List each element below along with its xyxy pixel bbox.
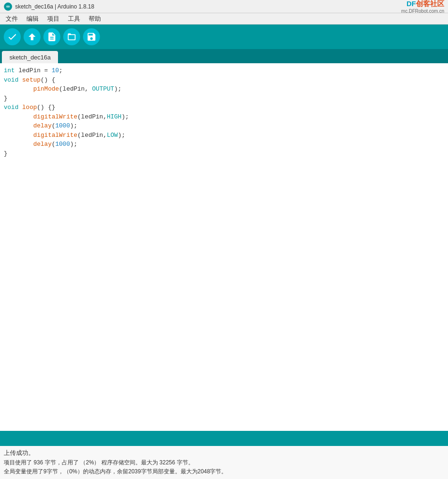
open-button[interactable] <box>63 28 80 45</box>
code-line-1: int ledPin = 10; <box>4 66 444 76</box>
arduino-logo: ∞ <box>4 2 12 11</box>
new-button[interactable] <box>43 28 60 45</box>
open-icon <box>66 32 77 42</box>
console-area: 上传成功。 项目使用了 936 字节，占用了 （2%） 程序存储空间。最大为 3… <box>0 446 448 479</box>
dfrobot-rest: 创客社区 <box>416 0 444 8</box>
code-line-9: delay(1000); <box>4 140 444 149</box>
svg-text:∞: ∞ <box>6 3 10 9</box>
window-title: sketch_dec16a | Arduino 1.8.18 <box>15 3 401 10</box>
upload-icon <box>27 32 37 42</box>
checkmark-icon <box>7 32 17 42</box>
tab-label: sketch_dec16a <box>9 54 50 61</box>
code-line-8: digitalWrite(ledPin,LOW); <box>4 131 444 140</box>
editor-tab[interactable]: sketch_dec16a <box>2 51 58 63</box>
tab-bar: sketch_dec16a <box>0 49 448 63</box>
keyword-int: int <box>4 66 15 76</box>
verify-button[interactable] <box>4 28 21 45</box>
code-line-10: } <box>4 149 444 159</box>
menu-edit[interactable]: 编辑 <box>23 14 42 24</box>
console-header <box>0 431 448 446</box>
stats-line1: 项目使用了 936 字节，占用了 （2%） 程序存储空间。最大为 32256 字… <box>4 458 444 467</box>
menu-tools[interactable]: 工具 <box>64 14 84 24</box>
toolbar <box>0 25 448 49</box>
dfrobot-df: DF <box>407 0 416 8</box>
code-line-3: pinMode(ledPin, OUTPUT); <box>4 84 444 94</box>
code-line-7: delay(1000); <box>4 121 444 131</box>
new-icon <box>47 32 57 42</box>
menu-file[interactable]: 文件 <box>2 14 22 24</box>
code-line-4: } <box>4 94 444 103</box>
code-editor[interactable]: int ledPin = 10; void setup() { pinMode(… <box>0 63 448 431</box>
code-line-6: digitalWrite(ledPin,HIGH); <box>4 112 444 122</box>
save-icon <box>86 32 97 42</box>
dfrobot-brand: DF创客社区 mc.DFRobot.com.cn <box>401 0 444 14</box>
dfrobot-url: mc.DFRobot.com.cn <box>401 8 444 14</box>
code-line-2: void setup() { <box>4 76 444 85</box>
title-bar: ∞ sketch_dec16a | Arduino 1.8.18 DF创客社区 … <box>0 0 448 13</box>
stats-line2: 全局变量使用了9字节，（0%）的动态内存，余留2039字节局部变量。最大为204… <box>4 467 444 476</box>
menu-help[interactable]: 帮助 <box>85 14 105 24</box>
upload-success-message: 上传成功。 <box>4 448 444 458</box>
menu-bar: 文件 编辑 项目 工具 帮助 <box>0 13 448 25</box>
upload-button[interactable] <box>24 28 41 45</box>
code-line-5: void loop() {} <box>4 103 444 112</box>
menu-project[interactable]: 项目 <box>43 14 63 24</box>
save-button[interactable] <box>83 28 100 45</box>
